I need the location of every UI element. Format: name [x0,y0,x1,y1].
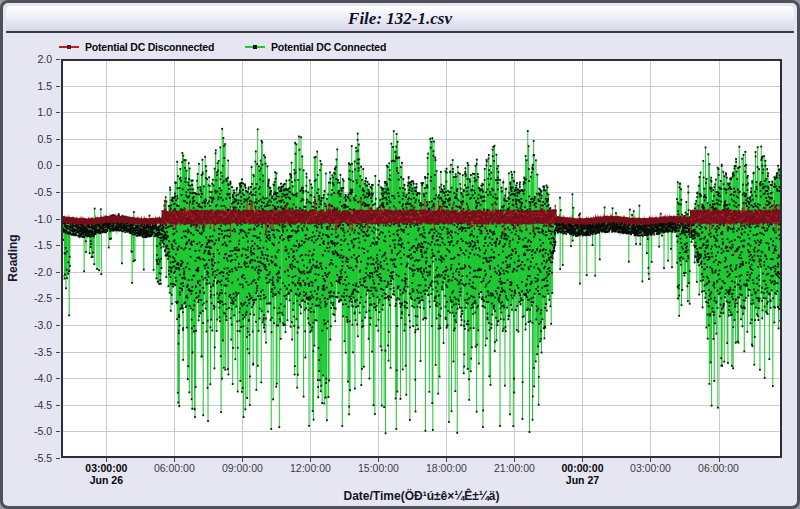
x-tick-mark [242,458,243,462]
x-tick-date-label: Jun 26 [64,474,148,486]
y-tick-mark [56,298,60,299]
y-tick-label: -2.5 [3,292,52,304]
window-title: File: 132-1.csv [348,9,452,29]
x-tick-mark [446,458,447,462]
y-tick-mark [56,431,60,432]
legend-label: Potential DC Connected [271,41,386,53]
y-tick-label: -3.5 [3,346,52,358]
y-tick-label: -3.0 [3,319,52,331]
y-tick-label: -4.5 [3,399,52,411]
y-tick-mark [56,192,60,193]
y-tick-label: 2.0 [3,53,52,65]
x-tick-label: 06:00:00 [677,462,761,474]
x-tick-mark [106,458,107,462]
legend-marker-green-icon [245,46,265,48]
y-tick-mark [56,272,60,273]
y-tick-mark [56,378,60,379]
x-tick-mark [174,458,175,462]
y-tick-mark [56,86,60,87]
y-tick-mark [56,245,60,246]
y-tick-mark [56,139,60,140]
y-tick-mark [56,112,60,113]
x-tick-date-label: Jun 27 [540,474,624,486]
y-tick-label: -1.0 [3,213,52,225]
y-tick-label: 0.5 [3,133,52,145]
y-axis-title: Reading [6,218,20,298]
y-tick-mark [56,352,60,353]
x-tick-mark [378,458,379,462]
y-tick-mark [56,458,60,459]
x-axis-title: Date/Time(ÖÐ¹ú±ê×¼Ê±¼ä) [222,489,622,503]
y-tick-label: -5.5 [3,452,52,464]
y-tick-mark [56,59,60,60]
title-bar: File: 132-1.csv [6,6,794,33]
y-tick-label: -4.0 [3,372,52,384]
x-tick-mark [310,458,311,462]
y-tick-mark [56,325,60,326]
x-tick-mark [650,458,651,462]
y-tick-label: -0.5 [3,186,52,198]
x-tick-mark [514,458,515,462]
legend-marker-red-icon [59,46,79,48]
legend-item-disconnected[interactable]: Potential DC Disconnected [59,40,214,54]
x-tick-mark [719,458,720,462]
chart-window: File: 132-1.csv Potential DC Disconnecte… [0,0,800,509]
legend-label: Potential DC Disconnected [85,41,214,53]
y-tick-mark [56,405,60,406]
y-tick-label: -1.5 [3,239,52,251]
y-tick-label: -5.0 [3,425,52,437]
y-tick-mark [56,165,60,166]
y-tick-label: -2.0 [3,266,52,278]
y-tick-label: 0.0 [3,159,52,171]
y-tick-label: 1.5 [3,80,52,92]
y-tick-label: 1.0 [3,106,52,118]
legend-item-connected[interactable]: Potential DC Connected [245,40,386,54]
y-tick-mark [56,219,60,220]
x-tick-mark [582,458,583,462]
plot-area-canvas[interactable] [61,59,782,458]
